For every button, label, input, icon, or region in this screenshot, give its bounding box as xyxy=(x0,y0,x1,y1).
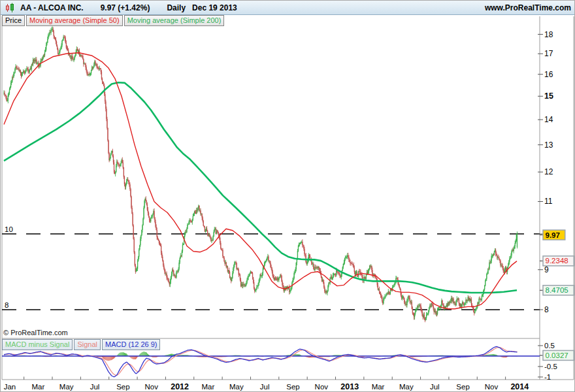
macd-line xyxy=(4,346,518,376)
macd-pane xyxy=(2,346,540,376)
svg-text:0.0327: 0.0327 xyxy=(546,351,568,359)
svg-text:Nov: Nov xyxy=(145,383,159,391)
svg-text:May: May xyxy=(399,383,414,391)
svg-text:Mar: Mar xyxy=(372,383,385,391)
svg-text:15: 15 xyxy=(544,91,553,101)
candles-layer xyxy=(3,27,518,323)
ma50-line xyxy=(4,53,517,309)
svg-text:14: 14 xyxy=(544,115,553,124)
svg-text:16: 16 xyxy=(544,70,553,79)
svg-text:8: 8 xyxy=(544,305,549,314)
svg-text:18: 18 xyxy=(544,30,553,39)
price-pane-legend: Price Moving average (Simple 50) Moving … xyxy=(2,15,224,26)
legend-ma200[interactable]: Moving average (Simple 200) xyxy=(124,15,225,26)
svg-text:Sep: Sep xyxy=(286,383,299,391)
svg-text:9.2348: 9.2348 xyxy=(546,257,568,265)
svg-text:Nov: Nov xyxy=(315,383,329,391)
svg-text:Sep: Sep xyxy=(116,383,129,391)
svg-text:Jul: Jul xyxy=(260,383,270,391)
svg-text:8: 8 xyxy=(5,301,8,309)
legend-macd-histogram[interactable]: MACD minus Signal xyxy=(2,339,73,350)
svg-text:Mar: Mar xyxy=(31,383,44,391)
svg-text:2014: 2014 xyxy=(510,382,529,391)
legend-ma50[interactable]: Moving average (Simple 50) xyxy=(26,15,123,26)
moving-averages xyxy=(4,53,517,309)
time-axis: JanMarMayJulSepNov2012MarMayJulSepNov201… xyxy=(4,377,529,392)
svg-text:Sep: Sep xyxy=(456,383,469,391)
macd-axis: 0.5-0.5-10.0327 xyxy=(538,342,574,381)
svg-text:11: 11 xyxy=(544,197,553,206)
price-axis: 18171615141312111098 xyxy=(538,30,553,314)
copyright-note: © ProRealTime.com xyxy=(3,329,68,336)
svg-text:10: 10 xyxy=(5,225,13,233)
legend-price[interactable]: Price xyxy=(2,15,25,26)
signal-line xyxy=(4,348,518,376)
svg-text:May: May xyxy=(229,383,244,391)
svg-text:8.4705: 8.4705 xyxy=(546,286,568,294)
svg-text:12: 12 xyxy=(544,167,553,176)
svg-text:2013: 2013 xyxy=(340,382,359,391)
svg-text:Mar: Mar xyxy=(202,383,215,391)
svg-text:Nov: Nov xyxy=(485,383,499,391)
price-label-boxes: 9.23488.47059.97 xyxy=(540,230,574,295)
macd-pane-legend: MACD minus Signal Signal MACD (12 26 9) xyxy=(2,339,160,350)
svg-text:May: May xyxy=(59,383,74,391)
svg-text:9.97: 9.97 xyxy=(546,231,560,239)
svg-text:Jul: Jul xyxy=(90,383,100,391)
legend-macd-signal[interactable]: Signal xyxy=(74,339,101,350)
svg-text:2012: 2012 xyxy=(171,382,189,391)
pane-borders xyxy=(2,16,574,380)
svg-text:Jan: Jan xyxy=(4,383,16,391)
svg-text:0.5: 0.5 xyxy=(544,342,555,350)
svg-text:17: 17 xyxy=(544,49,553,58)
chart-window: AA - ALCOA INC. 9.97 (+1.42%) Daily Dec … xyxy=(0,0,575,392)
svg-text:13: 13 xyxy=(544,140,553,150)
legend-macd-line[interactable]: MACD (12 26 9) xyxy=(102,339,160,350)
chart-canvas[interactable]: 108181716151413121110989.23488.47059.970… xyxy=(1,1,575,392)
svg-text:Jul: Jul xyxy=(430,383,440,391)
svg-text:9: 9 xyxy=(544,265,549,274)
svg-text:-1: -1 xyxy=(544,373,551,381)
svg-text:-0.5: -0.5 xyxy=(544,363,557,370)
